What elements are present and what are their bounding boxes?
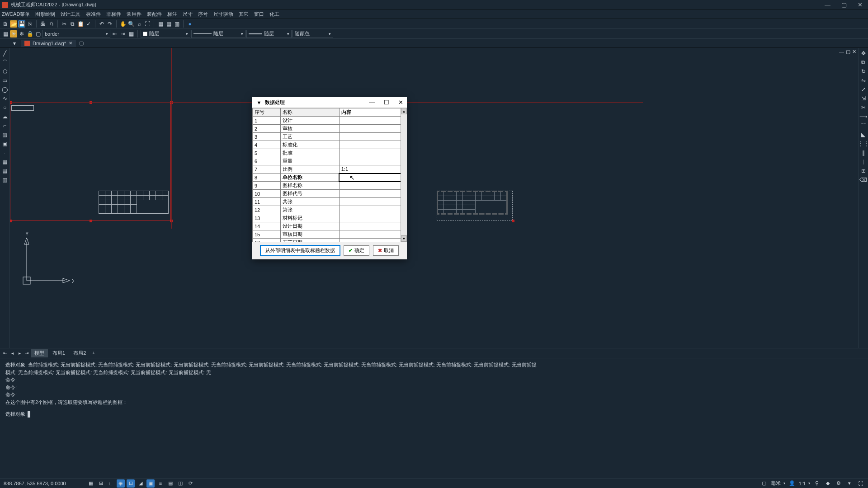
maximize-button[interactable]: ▢ [841, 1, 847, 8]
arc-icon[interactable]: ⌒ [1, 59, 9, 66]
coords-readout[interactable]: 838.7867, 535.6873, 0.0000 [4, 481, 85, 486]
circle-icon[interactable]: ○ [1, 104, 9, 111]
prop-icon[interactable]: ▦ [157, 20, 164, 28]
dialog-close-button[interactable]: ✕ [398, 99, 403, 106]
table-row[interactable]: 4标准化 [253, 141, 407, 149]
doc-min-button[interactable]: — [839, 49, 844, 55]
cell-content[interactable] [339, 117, 406, 125]
table-row[interactable]: 7比例1:1 [253, 165, 407, 174]
scale-icon[interactable]: ⤢ [860, 86, 867, 93]
menu-dim[interactable]: 尺寸 [183, 11, 193, 18]
dialog-max-button[interactable]: ☐ [384, 99, 389, 106]
cell-seq[interactable]: 7 [253, 165, 281, 174]
array-icon[interactable]: ⋮⋮ [860, 140, 867, 147]
tab-last-icon[interactable]: ⇥ [24, 350, 30, 357]
extract-button[interactable]: 从外部明细表中提取标题栏数据 [260, 245, 340, 256]
cell-content[interactable] [339, 125, 406, 133]
tab-first-icon[interactable]: ⇤ [2, 350, 8, 357]
layer-manager-icon[interactable]: ▦ [2, 30, 9, 38]
table-row[interactable]: 6重量 [253, 157, 407, 165]
cell-name[interactable]: 共张 [281, 198, 339, 206]
cell-content[interactable] [339, 141, 406, 149]
table-row[interactable]: 16工艺日期 [253, 239, 407, 242]
table-row[interactable]: 11共张 [253, 198, 407, 206]
cell-name[interactable]: 设计 [281, 117, 339, 125]
paste-icon[interactable]: 📋 [77, 20, 84, 28]
color-combo[interactable]: 随层 ▾ [141, 30, 190, 38]
match-icon[interactable]: ✓ [85, 20, 92, 28]
cell-seq[interactable]: 2 [253, 125, 281, 133]
cell-content[interactable] [339, 174, 406, 182]
cell-seq[interactable]: 1 [253, 117, 281, 125]
workspace-icon[interactable]: ⚙ [835, 479, 843, 488]
lwt-toggle[interactable]: ≡ [156, 479, 165, 488]
region-icon[interactable]: ▣ [1, 140, 9, 147]
menu-std-parts[interactable]: 标准件 [86, 11, 101, 18]
close-button[interactable]: ✕ [858, 1, 863, 8]
cell-content[interactable] [339, 222, 406, 230]
table-row[interactable]: 14设计日期 [253, 222, 407, 230]
qp-toggle[interactable]: ◫ [176, 479, 184, 488]
cell-name[interactable]: 工艺日期 [281, 239, 339, 242]
cell-content[interactable] [339, 190, 406, 198]
table-row[interactable]: 13材料标记 [253, 214, 407, 222]
cell-seq[interactable]: 5 [253, 149, 281, 157]
help-icon[interactable]: ● [186, 20, 193, 28]
cell-seq[interactable]: 3 [253, 133, 281, 141]
block-icon[interactable]: ▤ [1, 167, 9, 174]
zoom-extents-icon[interactable]: ⛶ [144, 20, 151, 28]
layer-next-icon[interactable]: ⇥ [119, 30, 127, 38]
menu-window[interactable]: 窗口 [254, 11, 264, 18]
ortho-toggle[interactable]: ∟ [107, 479, 115, 488]
cell-content[interactable] [339, 214, 406, 222]
zoom-icon[interactable]: 🔍 [127, 20, 135, 28]
menu-common-parts[interactable]: 常用件 [127, 11, 142, 18]
cell-content[interactable] [339, 230, 406, 239]
cell-content[interactable] [339, 206, 406, 214]
break-icon[interactable]: ⟊ [860, 158, 867, 165]
cell-seq[interactable]: 13 [253, 214, 281, 222]
copy-icon[interactable]: ⧉ [69, 20, 76, 28]
save-icon[interactable]: 💾 [18, 20, 25, 28]
tab-layout1[interactable]: 布局1 [49, 349, 69, 357]
menu-draw[interactable]: 图形绘制 [35, 11, 55, 18]
cell-content[interactable] [339, 133, 406, 141]
move-icon[interactable]: ✥ [860, 50, 867, 57]
cell-name[interactable]: 图样名称 [281, 182, 339, 190]
dyn-toggle[interactable]: ▣ [146, 479, 155, 488]
col-name[interactable]: 名称 [281, 108, 339, 117]
copy-mod-icon[interactable]: ⧉ [860, 59, 867, 66]
customize-icon[interactable]: ▾ [845, 479, 854, 488]
cell-name[interactable]: 材料标记 [281, 214, 339, 222]
layer-combo[interactable]: border ▾ [42, 30, 110, 38]
model-space-icon[interactable]: ▢ [760, 479, 768, 488]
offset-icon[interactable]: ‖ [860, 149, 867, 156]
doc-max-button[interactable]: ▢ [846, 49, 850, 55]
tab-layout2[interactable]: 布局2 [70, 349, 90, 357]
table-icon[interactable]: ▦ [1, 158, 9, 165]
more-icon[interactable]: ▥ [1, 176, 9, 183]
cell-seq[interactable]: 6 [253, 157, 281, 165]
cell-seq[interactable]: 8 [253, 174, 281, 182]
saveas-icon[interactable]: ⎘ [26, 20, 33, 28]
lineweight-combo[interactable]: 随层 ▾ [246, 30, 292, 38]
menu-dim-drive[interactable]: 尺寸驱动 [213, 11, 233, 18]
layer-freeze-icon[interactable]: ❄ [18, 30, 25, 38]
cell-seq[interactable]: 9 [253, 182, 281, 190]
tab-add-button[interactable]: ▢ [78, 40, 85, 47]
grid-toggle[interactable]: ▦ [87, 479, 95, 488]
transparency-toggle[interactable]: ▤ [166, 479, 175, 488]
cell-seq[interactable]: 10 [253, 190, 281, 198]
table-row[interactable]: 9图样名称 [253, 182, 407, 190]
preview-icon[interactable]: ⎙ [47, 20, 55, 28]
table-row[interactable]: 8单位名称 [253, 174, 407, 182]
sheet-icon[interactable]: ▤ [165, 20, 172, 28]
new-icon[interactable]: 🗎 [2, 20, 9, 28]
erase-icon[interactable]: ⌫ [860, 176, 867, 183]
tab-close-icon[interactable]: ✕ [69, 41, 72, 46]
cell-name[interactable]: 设计日期 [281, 222, 339, 230]
table-row[interactable]: 10图样代号 [253, 190, 407, 198]
menu-nonstd-parts[interactable]: 非标件 [106, 11, 121, 18]
cell-seq[interactable]: 11 [253, 198, 281, 206]
table-row[interactable]: 1设计 [253, 117, 407, 125]
